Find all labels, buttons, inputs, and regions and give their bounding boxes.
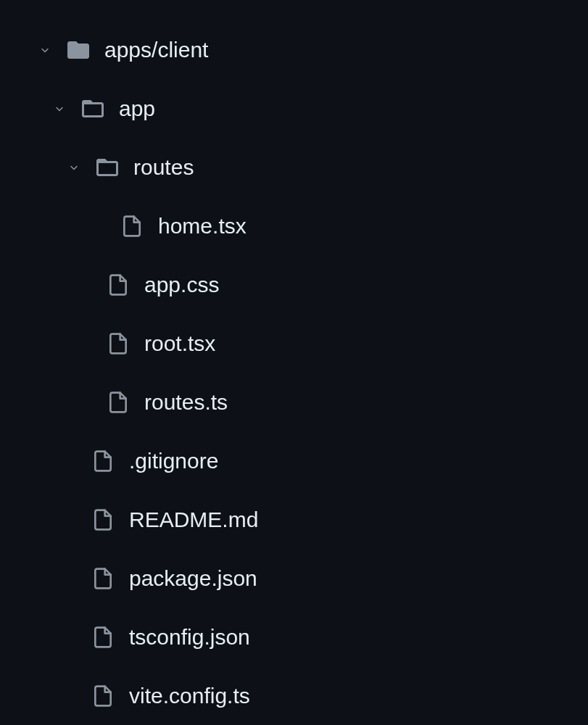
file-icon (90, 683, 116, 709)
chevron-down-icon (51, 100, 68, 117)
tree-item-label: vite.config.ts (129, 685, 250, 707)
folder-icon (65, 37, 91, 63)
tree-item-label: root.tsx (144, 333, 215, 355)
tree-file-root-tsx[interactable]: root.tsx (0, 314, 588, 373)
chevron-down-icon (65, 159, 83, 176)
tree-item-label: routes.ts (144, 392, 228, 413)
tree-item-label: .gitignore (129, 450, 218, 472)
file-icon (105, 331, 131, 357)
file-icon (90, 624, 116, 650)
file-tree: apps/client app routes (0, 20, 588, 725)
tree-folder-app[interactable]: app (0, 79, 588, 138)
tree-file-tsconfig[interactable]: tsconfig.json (0, 608, 588, 666)
file-icon (90, 566, 116, 592)
tree-folder-routes[interactable]: routes (0, 138, 588, 196)
tree-item-label: package.json (129, 568, 257, 589)
file-icon (90, 448, 116, 474)
file-icon (90, 507, 116, 533)
tree-item-label: home.tsx (158, 215, 247, 237)
file-icon (105, 389, 131, 415)
tree-item-label: apps/client (104, 39, 208, 61)
tree-item-label: app (119, 98, 155, 120)
tree-item-label: app.css (144, 274, 219, 296)
tree-item-label: tsconfig.json (129, 626, 250, 648)
tree-file-home-tsx[interactable]: home.tsx (0, 196, 588, 255)
tree-folder-apps-client[interactable]: apps/client (0, 20, 588, 79)
file-icon (119, 213, 145, 239)
tree-item-label: README.md (129, 509, 258, 531)
tree-file-routes-ts[interactable]: routes.ts (0, 373, 588, 431)
tree-file-readme[interactable]: README.md (0, 490, 588, 549)
folder-open-icon (80, 96, 106, 122)
folder-open-icon (94, 154, 120, 181)
tree-file-vite-config[interactable]: vite.config.ts (0, 666, 588, 725)
tree-file-app-css[interactable]: app.css (0, 255, 588, 314)
tree-file-gitignore[interactable]: .gitignore (0, 431, 588, 490)
tree-item-label: routes (133, 157, 194, 178)
tree-file-package-json[interactable]: package.json (0, 549, 588, 608)
chevron-down-icon (36, 41, 54, 59)
file-icon (105, 272, 131, 298)
